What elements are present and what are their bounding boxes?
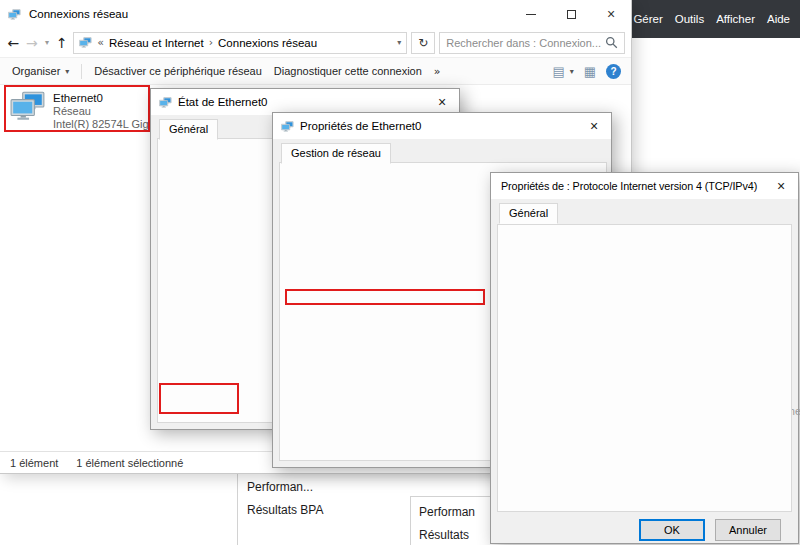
menu-view[interactable]: Afficher — [716, 13, 755, 25]
window-titlebar: Connexions réseau × — [0, 0, 631, 28]
network-icon — [159, 96, 172, 109]
preview-pane-icon[interactable]: ▦ — [584, 64, 596, 79]
view-options-button[interactable]: ▤ ▾ — [552, 64, 573, 79]
cancel-button[interactable]: Annuler — [715, 519, 781, 541]
network-icon — [79, 36, 92, 49]
background-tile: Performan... Résultats BPA — [237, 474, 399, 545]
window-title: Connexions réseau — [29, 8, 128, 20]
server-manager-titlebar: ⚑ Gérer Outils Afficher Aide — [632, 0, 800, 38]
selected-count: 1 élément sélectionné — [76, 457, 183, 469]
up-icon[interactable]: ↑ — [55, 35, 70, 51]
network-icon — [8, 8, 21, 21]
breadcrumb-overflow-icon[interactable]: « — [97, 36, 104, 49]
command-bar: Organiser ▾ Désactiver ce périphérique r… — [0, 58, 631, 85]
dialog-titlebar: Propriétés de : Protocole Internet versi… — [491, 173, 798, 199]
close-icon[interactable]: × — [591, 0, 631, 28]
search-placeholder: Rechercher dans : Connexion... — [446, 37, 601, 49]
forward-icon[interactable]: → — [25, 35, 40, 51]
menu-manage[interactable]: Gérer — [633, 13, 662, 25]
network-icon — [281, 120, 294, 133]
menu-help[interactable]: Aide — [767, 13, 790, 25]
close-icon[interactable]: × — [764, 173, 798, 199]
tab-general[interactable]: Général — [499, 203, 558, 224]
ipv4-properties-dialog: Propriétés de : Protocole Internet versi… — [490, 172, 799, 544]
search-icon — [605, 36, 618, 49]
breadcrumb-item[interactable]: Réseau et Internet — [109, 37, 204, 49]
back-icon[interactable]: ← — [6, 35, 21, 51]
diagnose-connection-button[interactable]: Diagnostiquer cette connexion — [274, 65, 422, 77]
breadcrumb-item[interactable]: Connexions réseau — [218, 37, 317, 49]
disable-device-button[interactable]: Désactiver ce périphérique réseau — [94, 65, 262, 77]
help-icon[interactable]: ? — [606, 64, 621, 79]
toolbar-divider — [81, 64, 82, 79]
dialog-title: Propriétés de Ethernet0 — [300, 120, 577, 132]
breadcrumb[interactable]: « Réseau et Internet › Connexions réseau… — [73, 32, 407, 54]
network-adapter-icon — [10, 91, 46, 121]
toolbar-overflow-icon[interactable]: » — [434, 65, 441, 78]
item-count: 1 élément — [10, 457, 58, 469]
screen: ⚑ Gérer Outils Afficher Aide Performan..… — [0, 0, 800, 545]
refresh-icon[interactable]: ↻ — [411, 32, 435, 54]
chevron-down-icon: ▾ — [65, 67, 69, 76]
menu-tools[interactable]: Outils — [675, 13, 704, 25]
chevron-right-icon: › — [209, 36, 213, 49]
close-icon[interactable]: × — [577, 113, 611, 139]
ok-button[interactable]: OK — [639, 519, 705, 541]
ethernet0-item[interactable]: Ethernet0 Réseau Intel(R) 82574L Gigab..… — [10, 91, 170, 131]
tab-networking[interactable]: Gestion de réseau — [281, 143, 391, 164]
maximize-icon[interactable] — [551, 0, 591, 28]
tab-panel — [497, 224, 792, 512]
organize-button[interactable]: Organiser ▾ — [12, 65, 69, 77]
dialog-title: État de Ethernet0 — [178, 96, 425, 108]
minimize-icon[interactable] — [511, 0, 551, 28]
history-chevron-icon[interactable]: ▾ — [43, 38, 50, 47]
search-input[interactable]: Rechercher dans : Connexion... — [439, 32, 625, 54]
dialog-titlebar: Propriétés de Ethernet0 × — [273, 113, 611, 139]
chevron-down-icon[interactable]: ▾ — [397, 38, 401, 47]
tile-heading: Résultats BPA — [247, 503, 399, 517]
list-view-icon: ▤ — [552, 64, 564, 79]
dialog-title: Propriétés de : Protocole Internet versi… — [501, 180, 764, 192]
tile-heading: Performan... — [247, 480, 399, 494]
tab-general[interactable]: Général — [159, 119, 218, 140]
navigation-bar: ← → ▾ ↑ « Réseau et Internet › Connexion… — [0, 28, 631, 58]
chevron-down-icon: ▾ — [570, 67, 574, 76]
